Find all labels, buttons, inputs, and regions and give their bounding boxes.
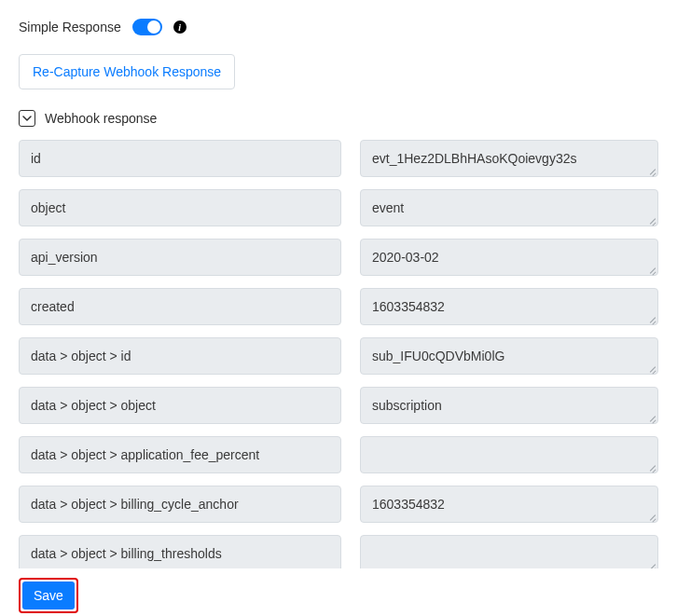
field-value[interactable]: sub_IFU0cQDVbMi0lG [360,337,658,375]
field-key[interactable]: api_version [19,239,341,276]
info-icon[interactable]: i [173,21,187,34]
field-key[interactable]: data > object > billing_thresholds [19,535,341,568]
field-row: data > object > billing_cycle_anchor1603… [19,486,658,523]
field-value-wrap [360,535,658,568]
field-key[interactable]: id [19,140,341,177]
field-value[interactable] [360,436,658,473]
field-key[interactable]: data > object > application_fee_percent [19,436,341,473]
simple-response-toggle[interactable] [132,19,162,35]
field-value-wrap: 1603354832 [360,486,658,523]
field-key[interactable]: object [19,189,341,226]
save-button[interactable]: Save [22,582,75,609]
field-row: api_version2020-03-02 [19,239,658,276]
field-row: created1603354832 [19,288,658,325]
field-value-wrap: sub_IFU0cQDVbMi0lG [360,337,658,375]
field-value[interactable] [360,535,658,568]
field-value-wrap: evt_1Hez2DLBhHAsoKQoievgy32s [360,140,658,177]
header-row: Simple Response i [19,19,658,35]
collapse-toggle[interactable] [19,110,35,127]
field-value[interactable]: evt_1Hez2DLBhHAsoKQoievgy32s [360,140,658,177]
field-row: data > object > objectsubscription [19,387,658,424]
field-key[interactable]: data > object > billing_cycle_anchor [19,486,341,523]
field-value-wrap [360,436,658,473]
field-value[interactable]: 2020-03-02 [360,239,658,276]
field-row: data > object > application_fee_percent [19,436,658,473]
toggle-knob [147,21,160,34]
field-value-wrap: subscription [360,387,658,424]
save-button-highlight: Save [19,578,78,613]
field-value-wrap: 1603354832 [360,288,658,325]
field-value[interactable]: subscription [360,387,658,424]
section-header: Webhook response [19,110,658,127]
field-row: data > object > idsub_IFU0cQDVbMi0lG [19,337,658,375]
field-key[interactable]: data > object > object [19,387,341,424]
simple-response-label: Simple Response [19,20,121,34]
field-key[interactable]: created [19,288,341,325]
field-row: data > object > billing_thresholds [19,535,658,568]
field-key[interactable]: data > object > id [19,337,341,375]
field-value[interactable]: event [360,189,658,226]
field-row: idevt_1Hez2DLBhHAsoKQoievgy32s [19,140,658,177]
field-value-wrap: event [360,189,658,226]
recapture-webhook-button[interactable]: Re-Capture Webhook Response [19,54,235,89]
field-row: objectevent [19,189,658,226]
fields-scroll-area: idevt_1Hez2DLBhHAsoKQoievgy32sobjecteven… [19,140,658,568]
webhook-response-label: Webhook response [45,111,157,126]
field-value[interactable]: 1603354832 [360,486,658,523]
field-value-wrap: 2020-03-02 [360,239,658,276]
field-value[interactable]: 1603354832 [360,288,658,325]
chevron-down-icon [22,114,32,123]
